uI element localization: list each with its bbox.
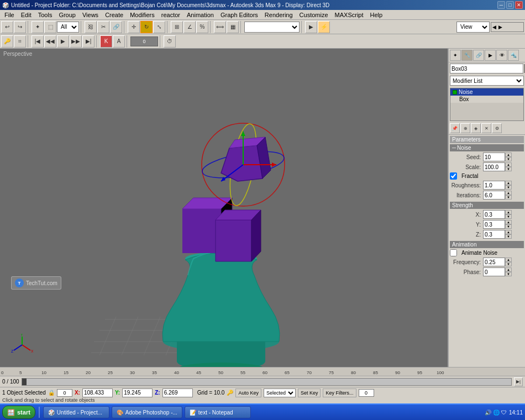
menu-item-maxscript[interactable]: MAXScript [332, 11, 367, 19]
timeline-thumb[interactable] [22, 379, 27, 385]
link-button[interactable]: ⛓ [85, 21, 97, 33]
redo-button[interactable]: ↪ [14, 21, 26, 33]
phase-down[interactable]: ▼ [505, 272, 512, 276]
menu-item-group[interactable]: Group [55, 11, 79, 19]
hierarchy-tab[interactable]: 🔗 [473, 50, 484, 61]
render-button[interactable]: ▶ [305, 21, 317, 33]
rotate-button[interactable]: ↻ [140, 21, 153, 33]
iterations-input[interactable] [483, 191, 505, 200]
modifier-list-dropdown[interactable]: Modifier List [450, 76, 524, 86]
timeline-end-button[interactable]: ▶| [514, 377, 523, 386]
x-coord-input[interactable] [82, 389, 113, 397]
menu-item-modifiers[interactable]: Modifiers [127, 11, 158, 19]
key-mode-button[interactable]: ⌗ [14, 35, 26, 48]
start-button[interactable]: 🪟 start [2, 406, 35, 419]
menu-item-file[interactable]: File [1, 11, 18, 19]
menu-item-tools[interactable]: Tools [35, 11, 56, 19]
mirror-button[interactable]: ⟺ [214, 21, 226, 33]
view-mode-dropdown[interactable]: View [456, 22, 490, 33]
task-photoshop[interactable]: 🎨 Adobe Photoshop -... [112, 406, 182, 418]
title-bar-right[interactable]: ─ □ ✕ [497, 1, 523, 9]
display-tab[interactable]: 👁 [496, 50, 507, 61]
set-key-button-status[interactable]: Set Key [298, 389, 321, 397]
y-up[interactable]: ▲ [505, 220, 512, 224]
select-button[interactable]: ✦ [32, 21, 44, 33]
x-down[interactable]: ▼ [505, 214, 512, 219]
menu-item-customize[interactable]: Customize [296, 11, 332, 19]
roughness-down[interactable]: ▼ [505, 185, 512, 190]
z-input[interactable] [483, 230, 505, 239]
configure-button[interactable]: ⚙ [492, 123, 502, 133]
object-name-input[interactable] [450, 64, 523, 74]
play-button[interactable]: ▶ [57, 35, 69, 48]
move-button[interactable]: ✛ [128, 21, 140, 33]
x-spinner[interactable]: ▲ ▼ [505, 210, 512, 219]
angle-snap-button[interactable]: ∠ [183, 21, 196, 33]
playback-next[interactable]: ▶ [498, 24, 502, 30]
make-unique-button[interactable]: ◈ [471, 123, 481, 133]
named-selection-dropdown[interactable] [244, 22, 300, 33]
x-input[interactable] [483, 210, 505, 219]
seed-input[interactable] [483, 153, 505, 161]
seed-down[interactable]: ▼ [505, 157, 512, 161]
show-end-result-button[interactable]: ⊕ [460, 123, 470, 133]
maximize-button[interactable]: □ [506, 1, 514, 9]
scale-spinner[interactable]: ▲ ▼ [505, 162, 512, 171]
selection-mode-select[interactable]: Selected [264, 389, 296, 397]
menu-item-reactor[interactable]: reactor [158, 11, 183, 19]
iter-up[interactable]: ▲ [505, 191, 512, 195]
select-region-button[interactable]: ⬚ [44, 21, 56, 33]
animate-noise-checkbox[interactable] [450, 249, 457, 256]
menu-item-edit[interactable]: Edit [18, 11, 35, 19]
menu-item-rendering[interactable]: Rendering [261, 11, 296, 19]
pin-stack-button[interactable]: 📌 [450, 123, 460, 133]
modifier-box[interactable]: Box [450, 96, 523, 103]
y-down[interactable]: ▼ [505, 224, 512, 229]
time-config-button[interactable]: ⏱ [164, 35, 176, 48]
z-down[interactable]: ▼ [505, 234, 512, 239]
z-up[interactable]: ▲ [505, 230, 512, 234]
scale-up[interactable]: ▲ [505, 162, 512, 167]
remove-modifier-button[interactable]: ✕ [481, 123, 491, 133]
z-spinner[interactable]: ▲ ▼ [505, 230, 512, 239]
modify-tab[interactable]: 🔧 [461, 50, 473, 61]
x-up[interactable]: ▲ [505, 210, 512, 214]
frame-input[interactable]: 0 [130, 36, 158, 46]
menu-item-animation[interactable]: Animation [183, 11, 217, 19]
task-3dsmax[interactable]: 🎲 Untitled - Project... [43, 406, 109, 418]
iter-down[interactable]: ▼ [505, 195, 512, 200]
viewport[interactable]: Perspective [0, 49, 448, 367]
seed-spinner[interactable]: ▲ ▼ [505, 153, 512, 161]
utilities-tab[interactable]: 🔩 [508, 50, 519, 61]
y-input[interactable] [483, 220, 505, 229]
y-spinner[interactable]: ▲ ▼ [505, 220, 512, 229]
key-filters-button[interactable]: Key Filters... [323, 389, 356, 397]
motion-tab[interactable]: ▶ [485, 50, 496, 61]
scale-down[interactable]: ▼ [505, 167, 512, 171]
roughness-up[interactable]: ▲ [505, 181, 512, 185]
filter-dropdown[interactable]: All [57, 22, 79, 33]
menu-item-graph editors[interactable]: Graph Editors [217, 11, 261, 19]
next-frame-button[interactable]: ▶| [82, 35, 95, 48]
roughness-spinner[interactable]: ▲ ▼ [505, 181, 512, 190]
seed-up[interactable]: ▲ [505, 153, 512, 157]
z-coord-input[interactable] [162, 389, 193, 397]
unlink-button[interactable]: ✂ [97, 21, 109, 33]
undo-button[interactable]: ↩ [1, 21, 13, 33]
next-key-button[interactable]: ▶▶ [70, 35, 82, 48]
timeline-bar[interactable] [22, 378, 512, 386]
auto-key-button[interactable]: A [113, 35, 125, 48]
frame-num-input[interactable] [359, 389, 374, 397]
phase-input[interactable] [483, 267, 505, 276]
menu-item-create[interactable]: Create [102, 11, 127, 19]
y-coord-input[interactable] [122, 389, 153, 397]
roughness-input[interactable] [483, 181, 505, 190]
freq-up[interactable]: ▲ [505, 258, 512, 262]
array-button[interactable]: ▦ [227, 21, 239, 33]
quick-render-button[interactable]: ⚡ [318, 21, 330, 33]
task-notepad[interactable]: 📝 text - Notepad [185, 406, 251, 418]
prev-key-button[interactable]: ◀◀ [44, 35, 56, 48]
auto-key-button[interactable]: Auto Key [235, 389, 261, 397]
close-button[interactable]: ✕ [515, 1, 523, 9]
freq-down[interactable]: ▼ [505, 262, 512, 266]
